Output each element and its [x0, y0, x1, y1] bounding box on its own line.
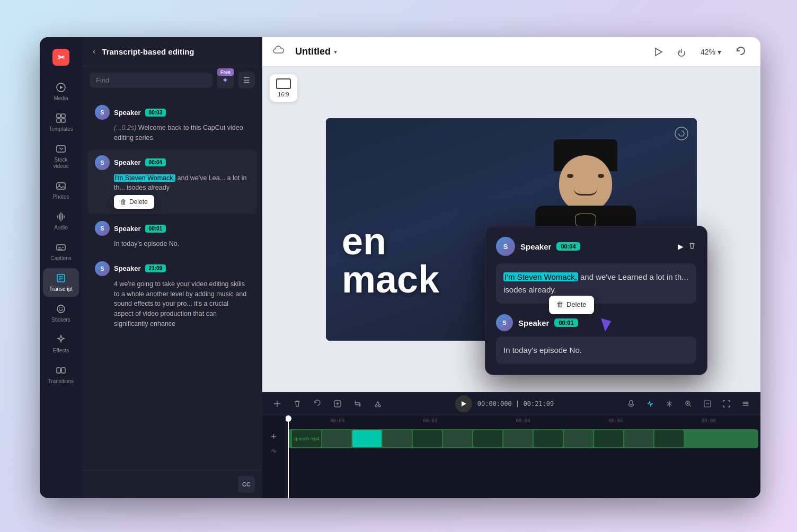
- ruler-mark-0: 00:00: [291, 418, 384, 423]
- search-input[interactable]: [96, 76, 206, 84]
- popup-delete-menu[interactable]: 🗑 Delete: [549, 296, 594, 314]
- thumb-6: [443, 430, 472, 447]
- svg-rect-4: [57, 119, 60, 122]
- track-controls-column: +: [262, 415, 286, 498]
- transcript-segment-1[interactable]: S Speaker 00:03 (...0.2s) Welcome back t…: [87, 100, 257, 148]
- sidebar-item-templates[interactable]: Templates: [43, 108, 79, 137]
- sidebar-item-audio[interactable]: Audio: [43, 207, 79, 235]
- svg-line-33: [690, 405, 692, 406]
- timecode-display: 00:00:000 | 00:21:09: [477, 400, 554, 407]
- sidebar-item-stock[interactable]: Stockvideos: [43, 139, 79, 174]
- transcript-icon: [56, 272, 66, 284]
- svg-point-19: [61, 307, 63, 308]
- list-view-button[interactable]: ☰: [238, 72, 255, 88]
- delete-context-menu-small[interactable]: 🗑 Delete: [114, 195, 154, 209]
- thumb-7: [473, 430, 502, 447]
- undo-tool-button[interactable]: [310, 396, 325, 411]
- transitions-icon: [56, 365, 66, 376]
- timeline-play-button[interactable]: [455, 395, 472, 412]
- video-text-overlay: en mack: [342, 222, 439, 298]
- popup-second-segment: S Speaker 00:01 In today's episode No.: [496, 314, 696, 364]
- sidebar-item-effects[interactable]: Effects: [43, 330, 79, 358]
- title-chevron-icon: ▾: [334, 48, 337, 56]
- toolbar-right: 42% ▾: [649, 42, 750, 61]
- sidebar-item-stickers[interactable]: Stickers: [43, 299, 79, 327]
- more-options-button[interactable]: [738, 396, 753, 411]
- ai-enhance-button[interactable]: ✦ Free: [217, 72, 234, 88]
- project-title-button[interactable]: Untitled ▾: [291, 44, 341, 59]
- split-at-cursor-button[interactable]: [662, 396, 677, 411]
- add-track-button[interactable]: [330, 396, 345, 411]
- play-preview-button[interactable]: [649, 42, 668, 61]
- zoom-control[interactable]: 42% ▾: [695, 46, 727, 58]
- trim-tool-button[interactable]: [370, 396, 385, 411]
- transcript-panel: ‹ Transcript-based editing ✦ Free ☰ S Sp…: [82, 37, 262, 498]
- svg-rect-30: [630, 401, 633, 405]
- sidebar-item-label-media: Media: [54, 95, 68, 102]
- segment-text-3: In today's episode No.: [114, 239, 250, 249]
- transcript-segment-2[interactable]: S Speaker 00:04 I'm Steven Womack, and w…: [87, 150, 257, 215]
- aspect-ratio-button[interactable]: 16:9: [270, 74, 297, 102]
- svg-rect-20: [57, 368, 60, 373]
- thumb-3-teal: [352, 430, 382, 447]
- segment-text-1: (...0.2s) Welcome back to this CapCut vi…: [114, 123, 250, 143]
- add-track-plus-button[interactable]: +: [271, 431, 277, 442]
- highlighted-text-2: I'm Steven Womack,: [114, 174, 175, 182]
- zoom-fit-button[interactable]: [681, 396, 696, 411]
- sidebar-item-transitions[interactable]: Transitions: [43, 360, 79, 389]
- popup-trash-button[interactable]: [688, 242, 696, 252]
- sidebar-item-captions[interactable]: Captions: [43, 237, 79, 266]
- timeline-zoom-out-button[interactable]: [700, 396, 715, 411]
- video-track-clip[interactable]: speech.mp4: [288, 429, 758, 448]
- fullscreen-button[interactable]: [719, 396, 734, 411]
- timeline-area: 00:00:000 | 00:21:09: [262, 392, 760, 498]
- popup-play-button[interactable]: ▶: [678, 242, 684, 251]
- popup-speaker-2: Speaker: [518, 318, 549, 327]
- svg-rect-21: [61, 368, 65, 373]
- popup-speaker-1: Speaker: [520, 242, 551, 251]
- audio-sync-button[interactable]: [643, 396, 658, 411]
- segment-text-2: I'm Steven Womack, and we've Lea... a lo…: [114, 173, 250, 193]
- mic-button[interactable]: [624, 396, 639, 411]
- popup-avatar-2: S: [496, 314, 513, 331]
- audio-track-icon[interactable]: [270, 447, 278, 456]
- hand-tool-button[interactable]: [672, 42, 691, 61]
- captions-toggle-button[interactable]: CC: [238, 476, 255, 493]
- zoom-value: 42%: [701, 48, 715, 56]
- speaker-avatar-3: S: [95, 221, 110, 236]
- svg-point-28: [378, 405, 380, 407]
- transcript-list: S Speaker 00:03 (...0.2s) Welcome back t…: [82, 94, 262, 470]
- list-icon: ☰: [243, 76, 250, 84]
- sidebar-item-photos[interactable]: Photos: [43, 176, 79, 205]
- transcript-segment-4[interactable]: S Speaker 21:09 4 we're going to take yo…: [87, 256, 257, 334]
- popup-trash-icon: 🗑: [556, 299, 563, 311]
- undo-button[interactable]: [731, 42, 750, 61]
- popup-segment-header-1: S Speaker 00:04 ▶: [496, 237, 696, 256]
- popup-highlighted-text: I'm Steven Womack,: [503, 272, 578, 281]
- thumb-5: [413, 430, 442, 447]
- delete-label-small: Delete: [129, 198, 148, 206]
- track-content-area: + 00:00 00:02 00:04 00:06 00:08: [262, 415, 760, 498]
- sidebar-item-label-photos: Photos: [52, 194, 69, 200]
- sidebar-item-media[interactable]: Media: [43, 77, 79, 106]
- delete-tool-button[interactable]: [290, 396, 305, 411]
- svg-point-8: [59, 184, 60, 186]
- tracks-main-area: 00:00 00:02 00:04 00:06 00:08: [286, 415, 760, 498]
- svg-rect-3: [61, 114, 65, 118]
- crop-tool-button[interactable]: [350, 396, 365, 411]
- segment-header-1: S Speaker 00:03: [95, 105, 250, 120]
- track-thumbnails: speech.mp4: [292, 430, 754, 447]
- sidebar-item-transcript[interactable]: Transcript: [43, 268, 79, 297]
- thumb-13: [654, 430, 684, 447]
- sidebar-item-label-stickers: Stickers: [51, 317, 70, 323]
- trash-icon-small: 🗑: [120, 198, 127, 206]
- thumb-8: [503, 430, 533, 447]
- split-tool-button[interactable]: [270, 396, 285, 411]
- back-button[interactable]: ‹: [91, 46, 98, 57]
- panel-footer: CC: [82, 470, 262, 498]
- sidebar-item-label-captions: Captions: [50, 255, 71, 262]
- sparkle-icon: ✦: [222, 76, 228, 84]
- transcript-segment-3[interactable]: S Speaker 00:01 In today's episode No.: [87, 216, 257, 254]
- app-logo: ✂: [49, 46, 73, 69]
- editor-main: Untitled ▾ 42% ▾: [262, 37, 760, 498]
